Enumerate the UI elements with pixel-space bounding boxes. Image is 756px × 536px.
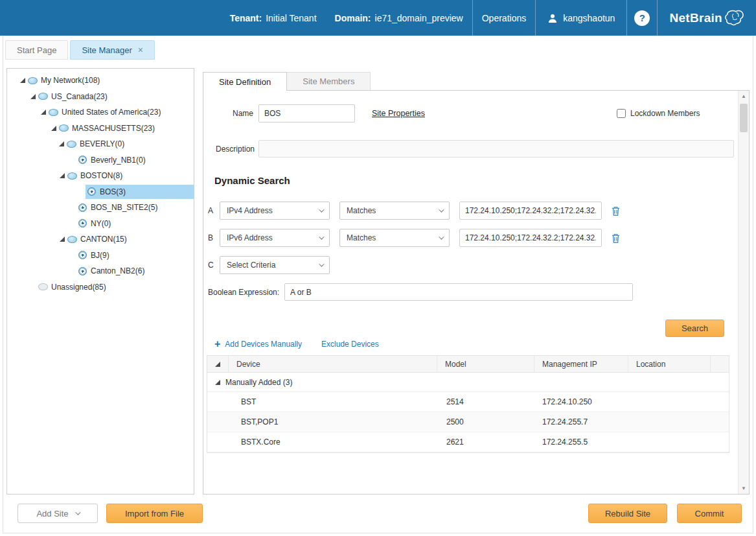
tree-item-massachusetts[interactable]: MASSACHUSETTS(23) bbox=[7, 121, 194, 137]
device-cell: BST,POP1 bbox=[207, 417, 437, 426]
boolean-expression-row: Boolean Expression: bbox=[208, 283, 633, 301]
tab-site-manager[interactable]: Site Manager × bbox=[70, 40, 155, 60]
help-icon: ? bbox=[634, 10, 650, 26]
tree-item-label: MASSACHUSETTS(23) bbox=[72, 124, 155, 133]
username: kangshaotun bbox=[563, 13, 615, 23]
site-node-icon bbox=[78, 219, 87, 227]
tree-item-us-canada[interactable]: US_Canada(23) bbox=[7, 89, 194, 105]
commit-button[interactable]: Commit bbox=[677, 504, 742, 523]
tree-item-bos-nb-site2[interactable]: BOS_NB_SITE2(5) bbox=[7, 200, 194, 216]
netbrain-logo: NetBrain bbox=[658, 0, 756, 36]
tree-item-ny[interactable]: NY(0) bbox=[7, 216, 194, 232]
scrollbar-thumb[interactable] bbox=[740, 104, 748, 132]
description-input[interactable] bbox=[258, 140, 734, 157]
tree-item-beverly[interactable]: BEVERLY(0) bbox=[7, 136, 194, 152]
tree-item-boston[interactable]: BOSTON(8) bbox=[7, 168, 194, 184]
table-row[interactable]: BST 2514 172.24.10.250 bbox=[207, 392, 729, 412]
operator-select-b[interactable]: Matches bbox=[339, 229, 450, 247]
model-column-header[interactable]: Model bbox=[437, 356, 534, 372]
tab-site-definition-label: Site Definition bbox=[219, 77, 271, 87]
tree-item-bos-selected[interactable]: BOS(3) bbox=[7, 184, 194, 200]
tree-item-unassigned[interactable]: Unassigned(85) bbox=[7, 279, 194, 296]
chevron-down-icon bbox=[319, 207, 324, 212]
site-node-icon bbox=[78, 204, 87, 212]
tree-item-united-states[interactable]: United States of America(23) bbox=[7, 104, 194, 121]
expand-all-header[interactable] bbox=[207, 356, 229, 372]
tree-item-my-network[interactable]: My Network(108) bbox=[7, 73, 194, 89]
management-ip-cell: 172.24.10.250 bbox=[534, 397, 628, 406]
delete-row-b-icon[interactable] bbox=[610, 231, 621, 244]
device-links-row: + Add Devices Manually Exclude Devices bbox=[214, 339, 379, 349]
manually-added-group-row[interactable]: Manually Added (3) bbox=[207, 373, 729, 392]
site-node-icon bbox=[78, 251, 87, 259]
tree-item-beverly-nb1[interactable]: Beverly_NB1(0) bbox=[7, 152, 194, 169]
boolean-expression-input[interactable] bbox=[284, 283, 633, 301]
scroll-up-arrow[interactable]: ▲ bbox=[739, 91, 749, 102]
user-menu[interactable]: kangshaotun bbox=[536, 0, 626, 36]
criteria-select-c[interactable]: Select Criteria bbox=[220, 256, 330, 274]
site-globe-icon bbox=[67, 236, 77, 243]
table-row[interactable]: BSTX.Core 2621 172.24.255.5 bbox=[207, 432, 729, 452]
tree-expand-arrow[interactable] bbox=[60, 237, 65, 242]
tree-expand-arrow[interactable] bbox=[41, 110, 46, 115]
scroll-down-arrow[interactable]: ▼ bbox=[739, 483, 749, 494]
tab-start-page[interactable]: Start Page bbox=[5, 40, 68, 60]
delete-row-a-icon[interactable] bbox=[610, 204, 621, 217]
management-ip-column-header[interactable]: Management IP bbox=[534, 356, 628, 372]
row-letter: A bbox=[208, 206, 220, 215]
lockdown-members-option: Lockdown Members bbox=[617, 104, 700, 122]
vertical-scrollbar[interactable]: ▲ ▼ bbox=[738, 91, 749, 494]
operations-menu[interactable]: Operations bbox=[473, 0, 535, 36]
close-icon[interactable]: × bbox=[138, 45, 143, 54]
operator-select-a[interactable]: Matches bbox=[339, 202, 450, 220]
device-column-header[interactable]: Device bbox=[229, 356, 437, 372]
exclude-devices-link[interactable]: Exclude Devices bbox=[321, 340, 379, 349]
tree-item-canton-nb2[interactable]: Canton_NB2(6) bbox=[7, 263, 194, 279]
criteria-select-a[interactable]: IPv4 Address bbox=[220, 202, 330, 220]
tree-item-canton[interactable]: CANTON(15) bbox=[7, 231, 194, 248]
operations-label: Operations bbox=[482, 13, 526, 23]
criteria-select-b[interactable]: IPv6 Address bbox=[220, 229, 330, 247]
tree-expand-arrow[interactable] bbox=[30, 94, 36, 99]
site-properties-link[interactable]: Site Properties bbox=[372, 104, 425, 122]
tenant-info: Tenant: Initial Tenant bbox=[221, 0, 326, 36]
location-column-header[interactable]: Location bbox=[628, 356, 711, 372]
lockdown-members-checkbox[interactable] bbox=[617, 109, 626, 118]
table-row[interactable]: BST,POP1 2500 172.24.255.7 bbox=[207, 412, 729, 432]
help-button[interactable]: ? bbox=[627, 0, 657, 36]
criteria-value-input-a[interactable] bbox=[459, 202, 602, 220]
criteria-select-c-value: Select Criteria bbox=[227, 261, 275, 270]
criteria-select-a-value: IPv4 Address bbox=[227, 206, 273, 215]
boolean-expression-label: Boolean Expression: bbox=[208, 288, 279, 297]
tab-site-definition[interactable]: Site Definition bbox=[203, 72, 287, 91]
tree-item-label: BJ(9) bbox=[91, 251, 109, 260]
rebuild-site-button[interactable]: Rebuild Site bbox=[588, 504, 667, 523]
add-site-button[interactable]: Add Site bbox=[17, 504, 98, 523]
search-criteria-row-b: B IPv6 Address Matches bbox=[208, 229, 621, 247]
device-table: Device Model Management IP Location Manu… bbox=[207, 355, 729, 453]
tenant-label: Tenant: bbox=[230, 13, 262, 23]
operator-select-a-value: Matches bbox=[347, 206, 376, 215]
window-tabstrip: Start Page Site Manager × bbox=[5, 40, 155, 60]
model-cell: 2514 bbox=[437, 397, 534, 406]
tree-expand-arrow[interactable] bbox=[20, 78, 25, 83]
site-definition-body: Name Site Properties Lockdown Members De… bbox=[203, 90, 750, 495]
search-button[interactable]: Search bbox=[665, 320, 724, 337]
user-icon bbox=[547, 13, 558, 23]
tree-expand-arrow[interactable] bbox=[51, 126, 56, 131]
tab-site-members[interactable]: Site Members bbox=[287, 72, 371, 91]
name-input[interactable] bbox=[258, 104, 355, 122]
import-from-file-button[interactable]: Import from File bbox=[106, 504, 203, 523]
group-expand-arrow[interactable] bbox=[215, 380, 220, 385]
tree-expand-arrow[interactable] bbox=[60, 173, 65, 178]
chevron-down-icon bbox=[319, 261, 324, 266]
tree-item-bj[interactable]: BJ(9) bbox=[7, 248, 194, 264]
criteria-value-input-b[interactable] bbox=[459, 229, 602, 247]
row-letter: B bbox=[208, 233, 220, 242]
tree-expand-arrow[interactable] bbox=[59, 141, 64, 146]
management-ip-cell: 172.24.255.7 bbox=[534, 417, 628, 426]
tree-item-label: BOS(3) bbox=[100, 187, 126, 196]
domain-label: Domain: bbox=[335, 13, 371, 23]
add-devices-manually-link[interactable]: Add Devices Manually bbox=[225, 340, 302, 349]
site-globe-icon bbox=[38, 93, 48, 100]
